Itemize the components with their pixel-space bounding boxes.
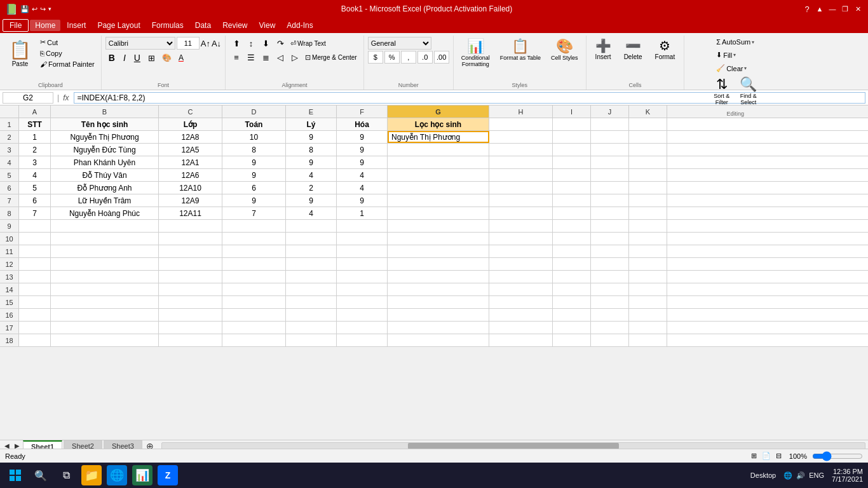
clear-button[interactable]: 🧹 Clear ▾ [714,63,749,74]
cell-empty[interactable] [286,296,337,308]
cell-K6[interactable] [629,182,667,194]
cell-empty[interactable] [591,258,629,270]
format-table-button[interactable]: 📋 Format as Table [496,37,545,64]
cell-empty[interactable] [19,296,51,308]
cell-empty[interactable] [553,220,591,232]
cell-C6[interactable]: 12A10 [159,182,222,194]
col-header-F[interactable]: F [337,105,388,118]
cell-A3[interactable]: 2 [19,144,51,156]
cell-empty[interactable] [159,220,222,232]
cell-empty[interactable] [337,245,388,257]
cell-A4[interactable]: 3 [19,156,51,168]
page-layout-icon[interactable]: 📄 [762,452,771,460]
cell-F3[interactable]: 9 [337,144,388,156]
page-layout-menu[interactable]: Page Layout [92,20,145,31]
cell-G8[interactable] [388,207,489,219]
cell-empty[interactable] [489,309,553,321]
cell-I7[interactable] [553,194,591,207]
cell-I3[interactable] [553,144,591,156]
cell-empty[interactable] [159,283,222,295]
network-icon[interactable]: 🌐 [783,471,792,480]
cell-empty[interactable] [553,322,591,334]
cell-empty[interactable] [159,271,222,283]
cell-empty[interactable] [19,322,51,334]
ribbon-toggle-icon[interactable]: ▲ [815,4,825,14]
cell-empty[interactable] [388,233,489,245]
cell-G7[interactable] [388,194,489,207]
cell-K1[interactable] [629,118,667,130]
cell-J7[interactable] [591,194,629,207]
cell-H1[interactable] [489,118,553,130]
cell-empty[interactable] [51,334,159,346]
cell-empty[interactable] [337,283,388,295]
cell-empty[interactable] [629,309,667,321]
cell-C4[interactable]: 12A1 [159,156,222,168]
cell-empty[interactable] [553,233,591,245]
cell-empty[interactable] [388,220,489,232]
cell-empty[interactable] [489,271,553,283]
cell-empty[interactable] [489,334,553,346]
cell-empty[interactable] [51,296,159,308]
col-header-B[interactable]: B [51,105,159,118]
cell-F2[interactable]: 9 [337,131,388,143]
cell-D2[interactable]: 10 [222,131,286,143]
cell-empty[interactable] [489,322,553,334]
cell-D1[interactable]: Toán [222,118,286,130]
desktop-label[interactable]: Desktop [750,471,776,479]
redo-icon[interactable]: ↪ [40,5,46,13]
cell-empty[interactable] [337,334,388,346]
cell-empty[interactable] [286,220,337,232]
cell-empty[interactable] [337,258,388,270]
align-top-button[interactable]: ⬆ [229,37,243,50]
cell-A1[interactable]: STT [19,118,51,130]
excel-taskbar-icon[interactable]: 📊 [132,465,153,485]
cell-empty[interactable] [629,245,667,257]
cell-empty[interactable] [286,309,337,321]
col-header-I[interactable]: I [553,105,591,118]
cell-empty[interactable] [286,245,337,257]
increase-font-icon[interactable]: A↑ [201,39,210,48]
bold-button[interactable]: B [105,51,118,64]
cell-E4[interactable]: 9 [286,156,337,168]
cell-empty[interactable] [388,334,489,346]
cell-E6[interactable]: 2 [286,182,337,194]
cell-empty[interactable] [222,283,286,295]
cell-empty[interactable] [489,220,553,232]
cell-empty[interactable] [337,296,388,308]
cell-I1[interactable] [553,118,591,130]
font-size-input[interactable] [177,37,200,50]
cell-empty[interactable] [286,271,337,283]
cell-empty[interactable] [553,245,591,257]
format-button[interactable]: ⚙ Format [650,37,681,62]
italic-button[interactable]: I [120,51,129,64]
fill-dropdown[interactable]: ▾ [733,52,736,58]
cell-empty[interactable] [19,309,51,321]
task-view-icon[interactable]: ⧉ [56,465,76,485]
align-left-button[interactable]: ≡ [229,51,243,64]
merge-center-button[interactable]: ⊡ Merge & Center [302,51,360,64]
fill-color-button[interactable]: 🎨 [159,53,174,63]
font-color-button[interactable]: A [176,53,186,63]
cell-empty[interactable] [591,283,629,295]
cell-D5[interactable]: 9 [222,169,286,181]
cell-I5[interactable] [553,169,591,181]
cell-empty[interactable] [553,258,591,270]
col-header-D[interactable]: D [222,105,286,118]
name-box[interactable] [3,92,53,104]
cell-empty[interactable] [51,258,159,270]
cell-G1[interactable]: Lọc học sinh [388,118,489,130]
align-center-button[interactable]: ☰ [244,51,258,64]
cell-K3[interactable] [629,144,667,156]
insert-button[interactable]: ➕ Insert [590,37,616,62]
fill-button[interactable]: ⬇ Fill ▾ [714,50,738,60]
cell-B8[interactable]: Nguyễn Hoàng Phúc [51,207,159,219]
cell-empty[interactable] [591,322,629,334]
cell-empty[interactable] [222,334,286,346]
cell-empty[interactable] [553,309,591,321]
cell-A5[interactable]: 4 [19,169,51,181]
delete-button[interactable]: ➖ Delete [619,37,648,62]
cell-empty[interactable] [388,283,489,295]
cell-D6[interactable]: 6 [222,182,286,194]
cell-F5[interactable]: 4 [337,169,388,181]
cell-empty[interactable] [159,322,222,334]
